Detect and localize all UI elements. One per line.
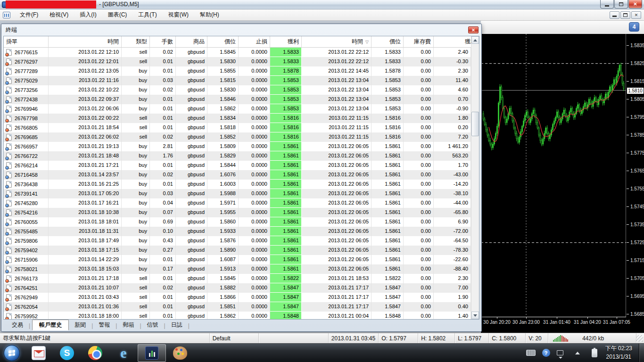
table-cell: 2013.01.22 10:22	[49, 85, 122, 95]
table-row[interactable]: 267391412013.01.17 05:20buy0.03gbpusd1.5…	[4, 189, 471, 198]
profile-selector[interactable]: Default	[210, 333, 259, 343]
table-row[interactable]: 267629492013.01.21 03:43sell0.01gbpusd1.…	[4, 293, 471, 302]
table-cell: 1.5816	[372, 132, 404, 142]
scroll-up-button[interactable]	[471, 36, 479, 44]
column-header[interactable]: 類型	[122, 36, 150, 47]
column-header[interactable]: 掛單	[4, 36, 49, 47]
table-row[interactable]: 267732562013.01.22 10:22buy0.02gbpusd1.5…	[4, 85, 471, 95]
table-row[interactable]: 267772892013.01.22 13:05buy0.01gbpusd1.5…	[4, 66, 471, 76]
taskbar-item-paint[interactable]	[166, 344, 194, 362]
terminal-tab-item[interactable]: 警報	[94, 320, 115, 330]
taskbar-item-mail[interactable]	[25, 344, 53, 362]
table-row[interactable]: 267699462013.01.22 06:06buy0.01gbpusd1.5…	[4, 104, 471, 114]
table-row[interactable]: 267750292013.01.22 11:16buy0.03gbpusd1.5…	[4, 76, 471, 85]
menu-item[interactable]: 文件(F)	[14, 9, 44, 20]
column-header[interactable]: 時間	[49, 36, 122, 47]
table-cell: sell	[122, 274, 150, 283]
taskbar-item-ie[interactable]: e	[109, 344, 138, 362]
terminal-tab-item[interactable]: 信號	[142, 320, 163, 330]
column-header-label: 止損	[256, 38, 267, 46]
table-row[interactable]: 267669572013.01.21 19:13buy2.81gbpusd1.5…	[4, 142, 471, 151]
table-cell: 1.6003	[207, 180, 239, 189]
table-row[interactable]: 267662142013.01.21 17:21buy0.01gbpusd1.5…	[4, 161, 471, 170]
table-row[interactable]: 267594022013.01.18 17:15buy0.27gbpusd1.5…	[4, 246, 471, 255]
table-row[interactable]: 267677982013.01.22 00:22sell0.01gbpusd1.…	[4, 114, 471, 123]
terminal-tab-item[interactable]: 郵箱	[118, 320, 139, 330]
menu-item[interactable]: 檢視(V)	[44, 9, 74, 20]
table-cell: 1.5853	[372, 95, 404, 104]
menu-item[interactable]: 圖表(C)	[102, 9, 133, 20]
table-row[interactable]: 267724382013.01.22 09:37buy0.01gbpusd1.5…	[4, 95, 471, 104]
table-row[interactable]: 267452802013.01.17 16:21buy0.04gbpusd1.5…	[4, 198, 471, 208]
table-cell: 0.0000	[239, 57, 270, 66]
taskbar-item-chrome[interactable]	[81, 344, 109, 362]
column-header[interactable]: 手數	[150, 36, 176, 47]
table-cell: 6.90	[434, 217, 471, 227]
table-row[interactable]: 267542162013.01.18 10:38buy0.07gbpusd1.5…	[4, 208, 471, 217]
chart-window-icon[interactable]	[3, 12, 10, 18]
terminal-close-button[interactable]: ✕	[468, 26, 479, 33]
window-tray-item[interactable]	[557, 350, 563, 355]
keyboard-tray-item[interactable]	[526, 350, 536, 356]
hidden-icons-button[interactable]	[575, 352, 580, 354]
table-cell: 2013.01.22 06:05	[302, 208, 372, 217]
table-cell: 26769685	[4, 132, 49, 142]
connection-status[interactable]: 442/0 kb	[548, 333, 636, 343]
table-cell: gbpusd	[176, 189, 207, 198]
column-header[interactable]: 止損	[239, 36, 270, 47]
table-row[interactable]: 267554852013.01.18 11:31buy0.10gbpusd1.5…	[4, 227, 471, 236]
battery-tray-item[interactable]	[592, 349, 597, 357]
table-row[interactable]: 267667222013.01.21 18:48buy1.76gbpusd1.5…	[4, 151, 471, 161]
table-row[interactable]: 267600552013.01.18 18:01buy0.69gbpusd1.5…	[4, 217, 471, 227]
child-minimize-button[interactable]	[610, 11, 619, 19]
terminal-tab-active[interactable]: 帳戶歷史	[32, 320, 69, 330]
menu-item[interactable]: 插入(I)	[74, 9, 102, 20]
column-header[interactable]: 庫存費	[404, 36, 434, 47]
start-button[interactable]	[4, 345, 20, 361]
terminal-tab-item[interactable]: 交易	[7, 320, 28, 330]
help-tray-item[interactable]: ?	[542, 349, 550, 357]
table-row[interactable]: 267599522013.01.18 18:00sell0.01gbpusd1.…	[4, 312, 471, 319]
taskbar-clock[interactable]: 下午 02:23 2013/1/31	[605, 345, 632, 361]
table-row[interactable]: 267661732013.01.21 17:18sell0.01gbpusd1.…	[4, 274, 471, 283]
terminal-tab-item[interactable]: 新聞	[70, 320, 91, 330]
table-row[interactable]: 267668052013.01.21 18:54sell0.01gbpusd1.…	[4, 123, 471, 132]
table-scrollbar[interactable]	[471, 36, 479, 319]
column-header[interactable]: 價位	[207, 36, 239, 47]
scrollbar-thumb[interactable]	[471, 112, 479, 136]
notifications-badge[interactable]: 4	[629, 22, 639, 32]
column-header[interactable]: 獲利	[270, 36, 302, 47]
taskbar-item-metatrader-active[interactable]	[138, 344, 166, 362]
column-header[interactable]: 時間▽	[302, 36, 372, 47]
column-header[interactable]: 商品	[176, 36, 207, 47]
table-row[interactable]: 267642512013.01.21 10:07sell0.02gbpusd1.…	[4, 283, 471, 293]
chart-price-scale[interactable]: 1.58351.58251.58151.58051.57951.57851.57…	[627, 34, 644, 333]
scroll-down-button[interactable]	[471, 312, 479, 319]
terminal-titlebar[interactable]: 終端 ✕	[1, 24, 481, 36]
child-restore-button[interactable]	[620, 11, 630, 19]
order-id: 26760055	[15, 218, 38, 227]
table-row[interactable]: 267762972013.01.22 12:01sell0.01gbpusd1.…	[4, 57, 471, 66]
minimize-button[interactable]	[600, 0, 614, 8]
table-row[interactable]: 267580212013.01.18 15:03buy0.17gbpusd1.5…	[4, 264, 471, 274]
close-button[interactable]: ✕	[628, 0, 642, 8]
table-row[interactable]: 267159062013.01.14 22:29buy0.01gbpusd1.6…	[4, 255, 471, 264]
table-row[interactable]: 267164582013.01.14 23:57buy0.02gbpusd1.6…	[4, 170, 471, 180]
column-header[interactable]: 價位	[372, 36, 404, 47]
show-desktop-button[interactable]	[639, 344, 644, 362]
terminal-tab-item[interactable]: 日誌	[166, 320, 187, 330]
resize-grip[interactable]	[636, 335, 643, 342]
table-row[interactable]: 267696852013.01.22 06:02sell0.02gbpusd1.…	[4, 132, 471, 142]
table-row[interactable]: 267598062013.01.18 17:49buy0.43gbpusd1.5…	[4, 236, 471, 246]
menu-item[interactable]: 工具(T)	[132, 9, 162, 20]
table-row[interactable]: 267364382013.01.16 21:25buy0.01gbpusd1.6…	[4, 180, 471, 189]
menu-item[interactable]: 幫助(H)	[194, 9, 225, 20]
maximize-button[interactable]	[614, 0, 628, 8]
taskbar-item-skype[interactable]: S	[53, 344, 81, 362]
child-close-button[interactable]: ✕	[631, 11, 641, 19]
table-row[interactable]: 267766152013.01.22 12:10sell0.02gbpusd1.…	[4, 48, 471, 57]
table-row[interactable]: 267620542013.01.21 01:36sell0.01gbpusd1.…	[4, 302, 471, 312]
table-cell: 1.5861	[372, 142, 404, 151]
menu-item[interactable]: 視窗(W)	[163, 9, 194, 20]
table-cell: buy	[122, 76, 150, 85]
